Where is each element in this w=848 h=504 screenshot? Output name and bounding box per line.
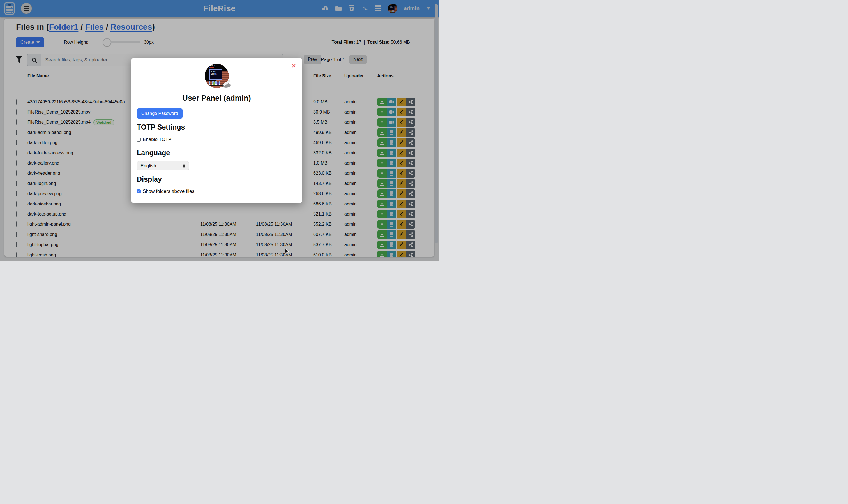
show-folders-label: Show folders above files (143, 188, 194, 194)
user-panel-modal: ✕ LIFE-1 I AMERROR. User Panel (admin) C… (131, 58, 302, 203)
show-folders-row: ✓ Show folders above files (137, 188, 194, 194)
show-folders-checkbox[interactable]: ✓ (137, 190, 141, 193)
scrollbar-thumb[interactable] (435, 4, 438, 243)
enable-totp-checkbox[interactable] (137, 138, 141, 142)
change-password-button[interactable]: Change Password (137, 108, 182, 119)
enable-totp-label: Enable TOTP (143, 137, 171, 142)
language-select[interactable]: English (137, 161, 189, 170)
language-selected-value: English (141, 163, 156, 169)
select-updown-icon (182, 164, 186, 168)
mouse-cursor (285, 248, 290, 256)
enable-totp-row: Enable TOTP (137, 137, 171, 142)
language-heading: Language (137, 149, 170, 157)
totp-settings-heading: TOTP Settings (137, 123, 185, 131)
edit-avatar-pencil-icon[interactable] (221, 78, 232, 89)
close-icon[interactable]: ✕ (292, 63, 296, 69)
display-heading: Display (137, 175, 162, 183)
modal-title: User Panel (admin) (131, 94, 302, 103)
